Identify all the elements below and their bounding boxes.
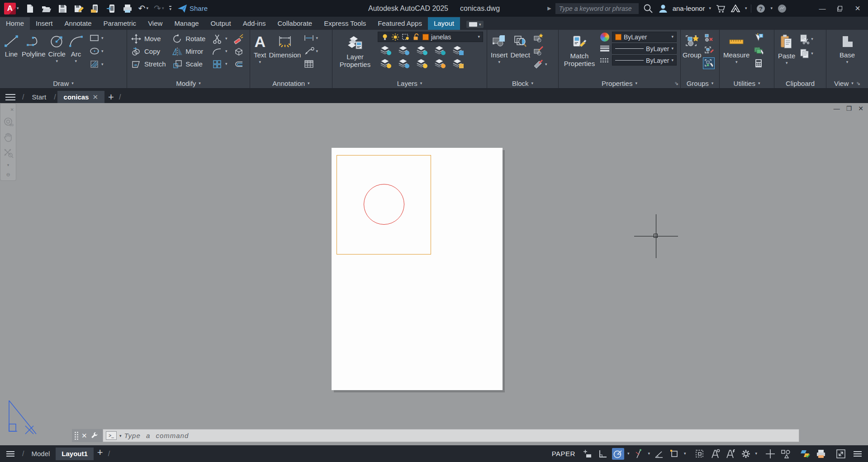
new-layout-button[interactable]: + xyxy=(97,448,103,457)
signed-in-user[interactable]: ana-leonor xyxy=(673,5,705,12)
command-wrench-icon[interactable] xyxy=(90,432,99,440)
panel-label-properties[interactable]: Properties▾ xyxy=(559,80,680,87)
ribbon-tab-express-tools[interactable]: Express Tools xyxy=(318,17,372,30)
panel-label-block[interactable]: Block▾ xyxy=(487,80,558,87)
panel-label-annotation[interactable]: Annotation▾ xyxy=(250,80,332,87)
recent-commands-caret-icon[interactable]: ▾ xyxy=(119,434,122,438)
command-input-area[interactable]: >_ ▾ xyxy=(103,429,799,442)
offset-button[interactable] xyxy=(233,58,246,70)
plot-button[interactable] xyxy=(121,2,134,15)
selection-cycling-toggle[interactable] xyxy=(693,448,706,460)
assistant-icon[interactable] xyxy=(777,3,787,14)
pan-hand-icon[interactable] xyxy=(3,132,14,143)
ribbon-tab-view[interactable]: View xyxy=(142,17,168,30)
help-icon[interactable] xyxy=(755,3,766,14)
navbar-close-icon[interactable]: ✕ xyxy=(10,107,14,112)
quick-calculator-button[interactable] xyxy=(753,58,764,69)
steering-wheel-icon[interactable] xyxy=(3,117,14,127)
layer-thaw-button[interactable] xyxy=(416,57,427,68)
detect-button[interactable]: Detect xyxy=(511,31,530,70)
polar-caret-icon[interactable]: ▾ xyxy=(627,452,630,456)
drawn-circle[interactable] xyxy=(364,184,404,225)
edit-block-button[interactable] xyxy=(533,46,547,57)
trim-button[interactable]: ▾ xyxy=(212,33,229,45)
view-launcher-icon[interactable]: ⇘ xyxy=(856,80,860,86)
autodesk-logo-icon[interactable] xyxy=(730,3,741,14)
save-button[interactable] xyxy=(56,2,69,15)
layer-unlock-button[interactable] xyxy=(434,57,446,68)
paste-button[interactable]: Paste▾ xyxy=(778,31,795,65)
autodesk-menu-caret-icon[interactable]: ▾ xyxy=(745,6,747,10)
search-icon[interactable] xyxy=(643,3,654,14)
stretch-button[interactable]: Stretch xyxy=(131,58,167,70)
save-to-web-button[interactable] xyxy=(104,2,118,15)
panel-label-utilities[interactable]: Utilities▾ xyxy=(720,80,774,87)
rotate-button[interactable]: Rotate xyxy=(172,33,207,45)
search-history-chevron-icon[interactable]: ▶ xyxy=(547,5,551,11)
user-avatar-icon[interactable] xyxy=(658,3,669,14)
navigation-bar[interactable]: ✕ ▾ ⊖ xyxy=(0,103,16,181)
ribbon-tab-collaborate[interactable]: Collaborate xyxy=(271,17,318,30)
ribbon-tab-manage[interactable]: Manage xyxy=(168,17,204,30)
command-close-icon[interactable]: ✕ xyxy=(81,432,87,440)
text-button[interactable]: AText▾ xyxy=(254,31,266,70)
layout-tabs-menu-icon[interactable] xyxy=(6,453,14,454)
create-block-button[interactable] xyxy=(533,33,547,43)
panel-label-modify[interactable]: Modify▾ xyxy=(127,80,250,87)
open-file-button[interactable] xyxy=(39,2,53,15)
graphics-performance-button[interactable] xyxy=(799,448,811,460)
copy-clip-button[interactable]: ▾ xyxy=(799,48,813,59)
close-doc-icon[interactable]: ✕ xyxy=(92,93,98,101)
plot-status-button[interactable] xyxy=(815,448,827,460)
layout1-tab[interactable]: Layout1 xyxy=(56,448,94,460)
ribbon-tab-insert[interactable]: Insert xyxy=(30,17,59,30)
hatch-button[interactable]: ▾ xyxy=(89,59,104,70)
measure-button[interactable]: Measure▾ xyxy=(723,31,749,69)
explode-button[interactable] xyxy=(233,45,246,57)
cart-icon[interactable] xyxy=(715,3,726,14)
rectangle-button[interactable]: ▾ xyxy=(89,33,104,43)
annotation-autoscale-toggle[interactable] xyxy=(724,448,736,460)
layer-on-button[interactable] xyxy=(379,57,391,68)
match-properties-button[interactable]: Match Properties xyxy=(562,31,597,68)
object-snap-caret-icon[interactable]: ▾ xyxy=(684,452,686,456)
linetype-dropdown[interactable]: ByLayer▾ xyxy=(612,55,677,66)
navbar-options-icon[interactable]: ⊖ xyxy=(6,172,10,178)
minimize-button[interactable]: — xyxy=(816,2,829,15)
clean-screen-toggle[interactable] xyxy=(764,448,776,460)
command-grip-handle[interactable] xyxy=(75,432,78,440)
linear-dimension-button[interactable]: ▾ xyxy=(304,33,318,43)
panel-label-clipboard[interactable]: Clipboard xyxy=(774,80,826,87)
open-from-web-button[interactable] xyxy=(88,2,102,15)
file-tabs-menu-icon[interactable] xyxy=(5,97,15,98)
erase-button[interactable] xyxy=(233,33,246,45)
polyline-button[interactable]: Polyline xyxy=(22,31,46,70)
search-input[interactable] xyxy=(555,3,639,14)
ribbon-display-toggle[interactable]: ▾ xyxy=(466,21,484,28)
ortho-mode-toggle[interactable] xyxy=(597,448,609,460)
ribbon-tab-output[interactable]: Output xyxy=(205,17,237,30)
panel-label-view[interactable]: View▾⇘ xyxy=(826,80,868,87)
annotation-visibility-toggle[interactable] xyxy=(709,448,721,460)
layer-dropdown[interactable]: janelas ▾ xyxy=(378,32,483,42)
group-button[interactable]: Group xyxy=(683,31,702,69)
share-button[interactable]: Share xyxy=(175,2,209,15)
ribbon-tab-featured-apps[interactable]: Featured Apps xyxy=(372,17,428,30)
polar-tracking-toggle[interactable] xyxy=(612,448,624,460)
select-similar-button[interactable] xyxy=(753,45,764,56)
line-button[interactable]: Line xyxy=(4,31,19,70)
isometric-drafting-toggle[interactable] xyxy=(632,448,645,460)
panel-label-layers[interactable]: Layers▾ xyxy=(332,80,487,87)
layer-unisolate-button[interactable] xyxy=(398,57,409,68)
restore-button[interactable] xyxy=(833,2,847,15)
workspace-caret-icon[interactable]: ▾ xyxy=(755,452,757,456)
new-file-button[interactable] xyxy=(23,2,37,15)
ribbon-tab-layout-contextual[interactable]: Layout xyxy=(428,17,460,30)
properties-launcher-icon[interactable]: ⇘ xyxy=(674,80,678,86)
lineweight-dropdown[interactable]: ByLayer▾ xyxy=(612,43,677,54)
dimension-button[interactable]: Dimension xyxy=(269,31,301,70)
panel-label-groups[interactable]: Groups▾ xyxy=(681,80,719,87)
navbar-caret-icon[interactable]: ▾ xyxy=(7,163,9,167)
panel-label-draw[interactable]: Draw▾ xyxy=(0,80,127,87)
space-toggle[interactable]: PAPER xyxy=(552,450,575,457)
